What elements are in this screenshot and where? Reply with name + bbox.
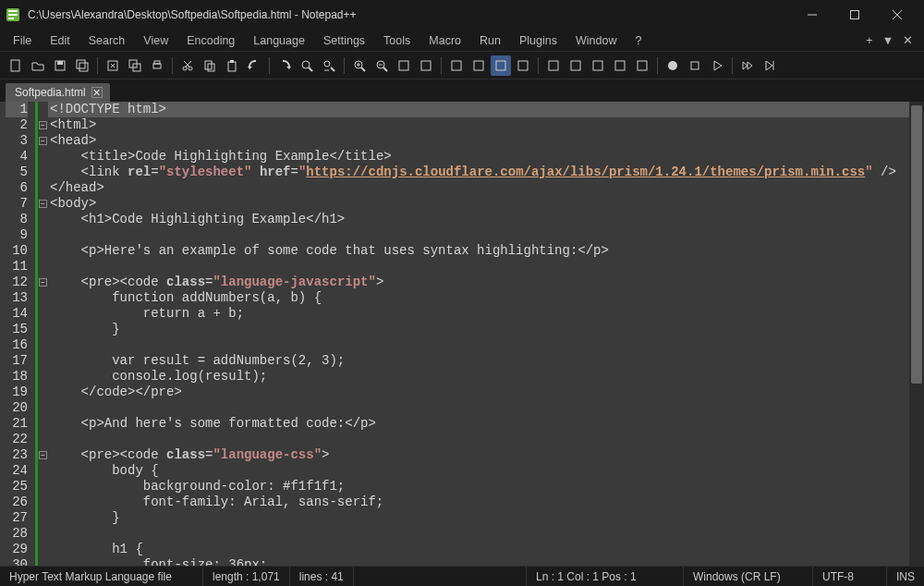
line-number: 3: [6, 133, 28, 149]
close-doc-icon[interactable]: ✕: [903, 33, 913, 47]
code-line[interactable]: <h1>Code Highlighting Example</h1>: [48, 212, 909, 227]
find-button[interactable]: [297, 55, 317, 76]
code-line[interactable]: [48, 227, 909, 243]
code-line[interactable]: body {: [48, 463, 909, 479]
code-line[interactable]: </code></pre>: [48, 385, 909, 400]
wrap-button[interactable]: [446, 55, 467, 76]
close-button[interactable]: [876, 0, 918, 30]
lang-format-button[interactable]: [513, 55, 533, 76]
code-line[interactable]: [48, 526, 909, 542]
monitor-button[interactable]: [632, 55, 652, 76]
code-line[interactable]: console.log(result);: [48, 369, 909, 385]
indent-guide-button[interactable]: [491, 55, 511, 76]
menu-file[interactable]: File: [4, 32, 41, 49]
code-line[interactable]: <body>: [48, 196, 909, 212]
minimize-button[interactable]: [791, 0, 833, 30]
menu-plugins[interactable]: Plugins: [510, 32, 566, 49]
replace-button[interactable]: [319, 55, 339, 76]
redo-button[interactable]: [274, 55, 295, 76]
menu-search[interactable]: Search: [79, 32, 135, 49]
status-eol[interactable]: Windows (CR LF): [684, 567, 813, 586]
code-pane[interactable]: <!DOCTYPE html><html><head> <title>Code …: [48, 102, 909, 566]
plus-tab-icon[interactable]: +: [866, 34, 872, 47]
code-line[interactable]: font-size: 36px;: [48, 557, 909, 566]
folder-tree-button[interactable]: [610, 55, 630, 76]
code-line[interactable]: background-color: #f1f1f1;: [48, 479, 909, 494]
sync-v-button[interactable]: [394, 55, 414, 76]
play-multi-button[interactable]: [760, 55, 780, 76]
record-button[interactable]: [663, 55, 683, 76]
code-line[interactable]: <head>: [48, 133, 909, 149]
show-all-button[interactable]: [468, 55, 489, 76]
sync-h-button[interactable]: [416, 55, 436, 76]
open-button[interactable]: [28, 55, 48, 76]
fold-margin[interactable]: −−−−−: [35, 102, 48, 566]
code-line[interactable]: function addNumbers(a, b) {: [48, 290, 909, 306]
code-line[interactable]: }: [48, 510, 909, 526]
svg-rect-38: [399, 61, 408, 70]
code-line[interactable]: <title>Code Highlighting Example</title>: [48, 149, 909, 165]
play-button[interactable]: [707, 55, 727, 76]
copy-button[interactable]: [200, 55, 220, 76]
code-line[interactable]: return a + b;: [48, 306, 909, 322]
print-button[interactable]: [147, 55, 167, 76]
code-line[interactable]: h1 {: [48, 542, 909, 557]
code-line[interactable]: [48, 259, 909, 275]
fold-toggle[interactable]: −: [39, 137, 47, 145]
fast-fwd-button[interactable]: [737, 55, 758, 76]
zoom-in-button[interactable]: [349, 55, 370, 76]
vertical-scrollbar[interactable]: [909, 102, 924, 566]
code-line[interactable]: }: [48, 322, 909, 337]
new-button[interactable]: [6, 55, 26, 76]
svg-rect-12: [79, 63, 88, 71]
editor[interactable]: 1234567891011121314151617181920212223242…: [0, 102, 924, 566]
menu-edit[interactable]: Edit: [41, 32, 79, 49]
menu-help[interactable]: ?: [626, 32, 650, 49]
close-button[interactable]: [103, 55, 123, 76]
code-line[interactable]: [48, 432, 909, 447]
code-line[interactable]: var result = addNumbers(2, 3);: [48, 353, 909, 369]
menu-language[interactable]: Language: [244, 32, 314, 49]
fold-toggle[interactable]: −: [39, 278, 47, 287]
cut-button[interactable]: [177, 55, 198, 76]
svg-point-49: [668, 61, 677, 70]
code-line[interactable]: font-family: Arial, sans-serif;: [48, 494, 909, 510]
menu-run[interactable]: Run: [470, 32, 510, 49]
fold-toggle[interactable]: −: [39, 200, 47, 208]
func-list-button[interactable]: [588, 55, 608, 76]
menu-settings[interactable]: Settings: [314, 32, 374, 49]
doc-list-button[interactable]: [565, 55, 586, 76]
code-line[interactable]: </head>: [48, 180, 909, 196]
maximize-button[interactable]: [833, 0, 876, 30]
code-line[interactable]: <link rel="stylesheet" href="https://cdn…: [48, 165, 909, 180]
code-line[interactable]: <pre><code class="language-css">: [48, 447, 909, 463]
save-button[interactable]: [50, 55, 70, 76]
zoom-out-button[interactable]: [371, 55, 392, 76]
code-line[interactable]: <p>And here's some formatted code:</p>: [48, 416, 909, 432]
dropdown-icon[interactable]: ▼: [882, 34, 894, 47]
doc-map-button[interactable]: [543, 55, 564, 76]
svg-rect-3: [8, 18, 14, 19]
menu-view[interactable]: View: [134, 32, 177, 49]
menu-encoding[interactable]: Encoding: [177, 32, 244, 49]
code-line[interactable]: [48, 337, 909, 353]
close-all-button[interactable]: [125, 55, 145, 76]
menu-tools[interactable]: Tools: [374, 32, 419, 49]
stop-button[interactable]: [685, 55, 705, 76]
undo-button[interactable]: [244, 55, 264, 76]
status-mode[interactable]: INS: [887, 567, 924, 586]
save-all-button[interactable]: [72, 55, 92, 76]
fold-toggle[interactable]: −: [39, 121, 47, 129]
menu-macro[interactable]: Macro: [419, 32, 470, 49]
fold-toggle[interactable]: −: [39, 451, 47, 459]
code-line[interactable]: <pre><code class="language-javascript">: [48, 275, 909, 290]
file-tab[interactable]: Softpedia.html ✕: [6, 83, 110, 102]
tab-close-icon[interactable]: ✕: [91, 87, 103, 98]
code-line[interactable]: <!DOCTYPE html>: [48, 102, 909, 117]
code-line[interactable]: <p>Here's an example of some code that u…: [48, 243, 909, 259]
code-line[interactable]: [48, 400, 909, 416]
code-line[interactable]: <html>: [48, 117, 909, 133]
status-encoding[interactable]: UTF-8: [813, 567, 887, 586]
menu-window[interactable]: Window: [566, 32, 626, 49]
paste-button[interactable]: [222, 55, 242, 76]
